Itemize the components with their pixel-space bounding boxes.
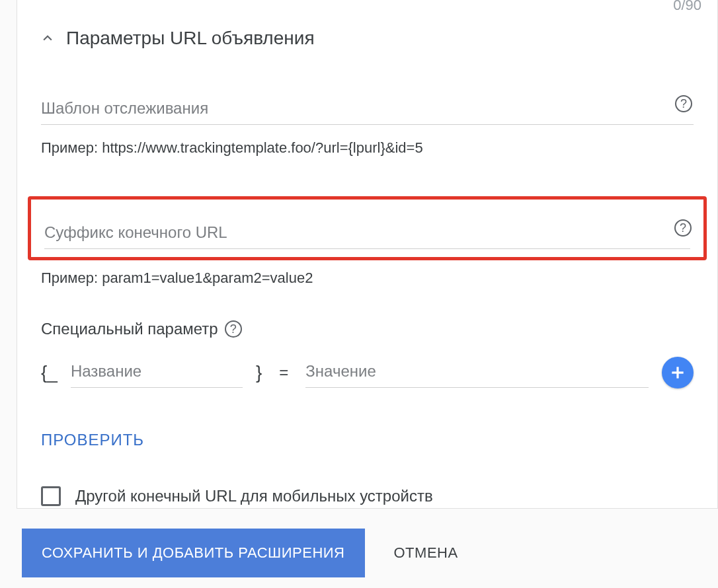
mobile-url-label: Другой конечный URL для мобильных устрой… [75,487,433,505]
verify-link[interactable]: ПРОВЕРИТЬ [41,431,144,449]
brace-close: } [256,362,262,383]
help-icon[interactable]: ? [675,95,692,112]
cancel-button[interactable]: ОТМЕНА [389,529,463,577]
help-icon[interactable]: ? [674,219,692,237]
plus-icon [669,364,686,381]
tracking-template-field: ? Пример: https://www.trackingtemplate.f… [41,95,694,157]
final-url-suffix-highlight: ? [28,196,707,260]
mobile-url-checkbox[interactable] [41,486,61,506]
tracking-example: Пример: https://www.trackingtemplate.foo… [41,139,694,157]
custom-param-label: Специальный параметр [41,320,218,338]
help-icon[interactable]: ? [225,320,242,338]
mobile-url-row: Другой конечный URL для мобильных устрой… [41,486,694,506]
char-counter: 0/90 [673,0,701,14]
chevron-up-icon [41,32,54,45]
custom-param-row: {_ } = [41,357,694,388]
tracking-template-input[interactable] [41,95,694,125]
custom-param-value-input[interactable] [305,358,649,388]
custom-parameter-block: Специальный параметр ? {_ } = [41,320,694,388]
brace-open: {_ [41,362,58,383]
custom-param-name-input[interactable] [71,358,243,388]
save-button[interactable]: СОХРАНИТЬ И ДОБАВИТЬ РАСШИРЕНИЯ [22,529,365,577]
section-title: Параметры URL объявления [66,28,315,49]
equals-sign: = [279,363,288,382]
final-url-suffix-input[interactable] [44,219,690,249]
suffix-example: Пример: param1=value1&param2=value2 [41,270,694,287]
add-param-button[interactable] [662,357,694,388]
footer-actions: СОХРАНИТЬ И ДОБАВИТЬ РАСШИРЕНИЯ ОТМЕНА [22,529,463,577]
url-options-card: 0/90 Параметры URL объявления ? Пример: … [17,0,718,509]
section-header[interactable]: Параметры URL объявления [17,0,717,49]
